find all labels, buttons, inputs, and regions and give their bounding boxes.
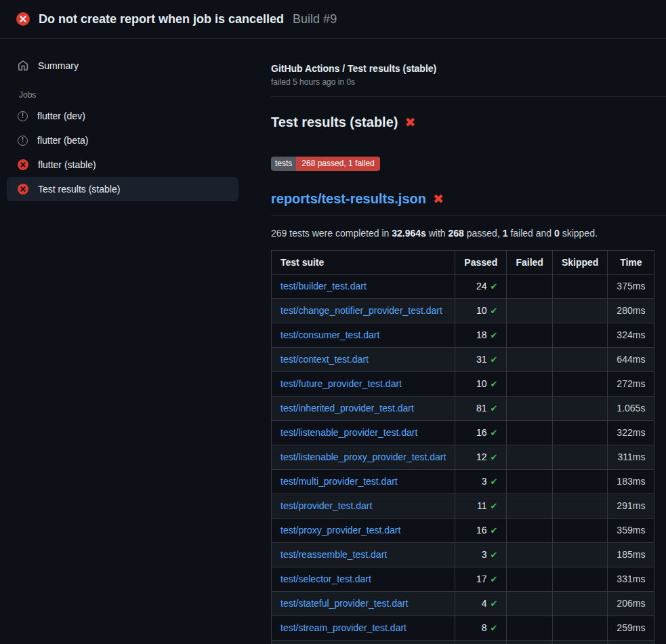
- time-cell: 280ms: [608, 298, 654, 323]
- test-suite-link[interactable]: test/listenable_proxy_provider_test.dart: [280, 451, 446, 462]
- check-icon: ✔: [491, 281, 498, 291]
- passed-count: 16: [476, 525, 487, 536]
- failed-cell: [507, 469, 552, 494]
- check-icon: ✔: [491, 330, 498, 340]
- run-title: Do not create report when job is cancell…: [39, 12, 284, 26]
- suite-cell: test/proxy_provider_test.dart: [272, 518, 455, 542]
- suite-cell: test/stream_provider_test.dart: [272, 616, 455, 640]
- test-suite-link[interactable]: test/context_test.dart: [280, 354, 369, 365]
- passed-cell: 18✔: [455, 323, 507, 347]
- table-row: test/stateful_provider_test.dart4✔206ms: [272, 591, 654, 616]
- sidebar-item-summary[interactable]: Summary: [7, 54, 238, 78]
- test-results-table: Test suite Passed Failed Skipped Time te…: [271, 250, 654, 644]
- summary-text: 269 tests were completed in: [271, 228, 392, 239]
- main-content: GitHub Actions / Test results (stable) f…: [245, 39, 666, 644]
- sidebar-job-flutter-stable[interactable]: flutter (stable): [7, 153, 238, 177]
- passed-cell: 16✔: [455, 518, 507, 542]
- time-cell: 272ms: [608, 371, 654, 396]
- passed-cell: 4✔: [455, 640, 507, 644]
- column-header-passed: Passed: [455, 250, 507, 274]
- passed-count: 8: [482, 622, 487, 633]
- check-icon: ✔: [491, 306, 498, 316]
- suite-cell: test/change_notifier_provider_test.dart: [272, 298, 455, 323]
- run-build-number: Build #9: [293, 12, 337, 26]
- passed-count: 24: [476, 281, 487, 291]
- passed-count: 16: [476, 427, 487, 438]
- section-title-text: Test results (stable): [271, 115, 398, 130]
- report-file-link[interactable]: reports/test-results.json: [271, 191, 426, 207]
- job-label: flutter (stable): [38, 159, 96, 170]
- passed-count: 4: [482, 598, 487, 609]
- passed-cell: 3✔: [455, 542, 507, 567]
- passed-cell: 12✔: [455, 445, 507, 469]
- suite-cell: test/stateful_provider_test.dart: [272, 591, 455, 616]
- sidebar-job-test-results-stable[interactable]: Test results (stable): [7, 177, 238, 201]
- table-row: test/consumer_test.dart18✔324ms: [272, 323, 654, 347]
- test-suite-link[interactable]: test/change_notifier_provider_test.dart: [280, 305, 442, 316]
- summary-failed-count: 1: [503, 228, 508, 239]
- check-icon: ✔: [491, 550, 498, 560]
- check-icon: ✔: [491, 355, 498, 365]
- divider: [271, 96, 666, 97]
- suite-cell: test/selector_test.dart: [272, 567, 455, 591]
- suite-cell: test/listenable_provider_test.dart: [272, 420, 455, 445]
- table-row: test/change_notifier_provider_test.dart1…: [272, 298, 654, 323]
- failed-cell: [507, 274, 552, 298]
- test-suite-link[interactable]: test/selector_test.dart: [280, 573, 371, 584]
- test-suite-link[interactable]: test/listenable_provider_test.dart: [280, 427, 417, 438]
- time-cell: 291ms: [608, 494, 654, 518]
- skipped-cell: [552, 518, 607, 542]
- passed-cell: 11✔: [455, 494, 507, 518]
- suite-cell: test/consumer_test.dart: [272, 323, 455, 347]
- suite-cell: test/future_provider_test.dart: [272, 371, 455, 396]
- skipped-cell: [552, 274, 607, 298]
- skipped-cell: [552, 445, 607, 469]
- test-suite-link[interactable]: test/provider_test.dart: [280, 500, 372, 511]
- passed-cell: 10✔: [455, 298, 507, 323]
- neutral-circle-icon: !: [18, 136, 28, 146]
- skipped-cell: [552, 323, 607, 347]
- test-suite-link[interactable]: test/multi_provider_test.dart: [280, 476, 398, 487]
- time-cell: 311ms: [608, 445, 654, 469]
- test-suite-link[interactable]: test/inherited_provider_test.dart: [280, 403, 414, 414]
- time-cell: 644ms: [608, 347, 654, 371]
- summary-passed-count: 268: [449, 228, 464, 239]
- sidebar-job-flutter-beta[interactable]: !flutter (beta): [7, 128, 238, 153]
- suite-cell: test/provider_test.dart: [272, 494, 455, 518]
- sidebar: Summary Jobs !flutter (dev)!flutter (bet…: [0, 39, 245, 201]
- time-cell: 375ms: [608, 274, 654, 298]
- failure-x-icon: ✖: [433, 193, 444, 205]
- test-suite-link[interactable]: test/stream_provider_test.dart: [280, 622, 407, 633]
- suite-cell: test/builder_test.dart: [272, 274, 455, 298]
- skipped-cell: [552, 420, 607, 445]
- passed-count: 31: [476, 354, 487, 365]
- passed-cell: 17✔: [455, 567, 507, 591]
- passed-count: 11: [477, 500, 487, 511]
- check-icon: ✔: [491, 379, 498, 389]
- test-suite-link[interactable]: test/builder_test.dart: [280, 281, 367, 291]
- table-row: test/context_test.dart31✔644ms: [272, 347, 654, 371]
- results-summary: 269 tests were completed in 32.964s with…: [271, 228, 645, 239]
- passed-cell: 24✔: [455, 274, 507, 298]
- failed-cell: [507, 494, 552, 518]
- skipped-cell: [552, 567, 607, 591]
- passed-cell: 16✔: [455, 420, 507, 445]
- x-circle-icon: [18, 184, 28, 195]
- time-cell: 1.065s: [608, 396, 654, 420]
- skipped-cell: [552, 298, 607, 323]
- test-suite-link[interactable]: test/proxy_provider_test.dart: [280, 525, 400, 536]
- table-header-row: Test suite Passed Failed Skipped Time: [272, 250, 654, 274]
- test-suite-link[interactable]: test/reassemble_test.dart: [280, 549, 387, 560]
- jobs-list: !flutter (dev)!flutter (beta)flutter (st…: [7, 104, 238, 201]
- failed-cell: [507, 396, 552, 420]
- test-suite-link[interactable]: test/future_provider_test.dart: [280, 378, 402, 389]
- test-suite-link[interactable]: test/stateful_provider_test.dart: [280, 598, 408, 609]
- passed-count: 10: [476, 378, 487, 389]
- summary-label: Summary: [38, 60, 79, 71]
- test-suite-link[interactable]: test/consumer_test.dart: [280, 329, 379, 340]
- check-icon: ✔: [491, 477, 498, 487]
- x-circle-icon: [16, 12, 30, 26]
- sidebar-job-flutter-dev[interactable]: !flutter (dev): [7, 104, 238, 128]
- table-row: test/reassemble_test.dart3✔185ms: [272, 542, 654, 567]
- skipped-cell: [552, 616, 607, 640]
